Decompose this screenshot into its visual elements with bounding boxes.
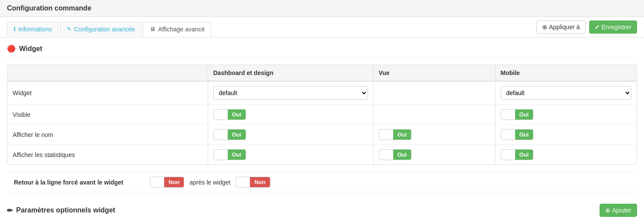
tab-affichage-avance-label: Affichage avancé [158, 26, 205, 33]
afficher-nom-dashboard-toggle[interactable]: Oui [213, 129, 246, 140]
toggle-on-side: Oui [515, 150, 533, 160]
toggle-off-side [214, 133, 228, 137]
toggle-on-side: Oui [228, 150, 246, 160]
appliquer-button[interactable]: ⊕ Appliquer à [536, 21, 586, 34]
row-widget-mobile: default [495, 81, 637, 105]
params-title-text: Paramètres optionnels widget [16, 206, 115, 214]
row-visible-mobile: Oui [495, 105, 637, 125]
row-widget-vue [373, 81, 495, 105]
afficher-stats-vue-toggle[interactable]: Oui [379, 149, 412, 160]
row-afficher-nom-label: Afficher le nom [7, 125, 208, 145]
toggle-off-side [379, 153, 393, 157]
row-afficher-stats-mobile: Oui [495, 145, 637, 165]
toggle-off-side [150, 181, 164, 184]
tab-affichage-avance[interactable]: 🖥 Affichage avancé [143, 22, 211, 37]
widget-table: Dashboard et design Vue Mobile Widget de… [7, 65, 637, 164]
toggle-off-side [501, 153, 515, 157]
row-afficher-stats-dashboard: Oui [208, 145, 373, 165]
drop-icon: 🔴 [7, 44, 16, 53]
retour-row: Retour à la ligne forcé avant le widget … [7, 172, 637, 192]
tabs-left: ℹ Informations ✎ Configuration avancée 🖥… [7, 22, 211, 36]
params-title: ✏ Paramètres optionnels widget [7, 206, 115, 215]
toggle-on-side: Oui [515, 130, 533, 140]
widget-title-text: Widget [19, 45, 42, 53]
monitor-icon: 🖥 [150, 26, 155, 32]
row-afficher-nom-dashboard: Oui [208, 125, 373, 145]
table-row-visible: Visible Oui Oui [7, 105, 637, 125]
enregistrer-label: Enregistrer [602, 24, 631, 31]
col-vue-header: Vue [373, 65, 495, 81]
afficher-stats-mobile-toggle[interactable]: Oui [501, 149, 534, 160]
visible-dashboard-toggle[interactable]: Oui [213, 109, 246, 120]
widget-section-title: 🔴 Widget [7, 44, 637, 58]
edit-icon: ✏ [7, 206, 13, 215]
widget-table-container: Dashboard et design Vue Mobile Widget de… [7, 65, 637, 165]
check-icon: ✔ [595, 24, 600, 31]
tab-config-avancee-label: Configuration avancée [74, 26, 135, 33]
row-visible-dashboard: Oui [208, 105, 373, 125]
row-widget-dashboard: default [208, 81, 373, 105]
page-title: Configuration commande [7, 4, 91, 12]
tab-informations-label: Informations [18, 26, 52, 33]
params-header: ✏ Paramètres optionnels widget ⊕ Ajouter [7, 204, 637, 217]
tabs-right: ⊕ Appliquer à ✔ Enregistrer [536, 21, 637, 37]
toggle-off-side [236, 181, 250, 184]
toggle-off-side [214, 153, 228, 157]
appliquer-label: Appliquer à [549, 24, 580, 31]
toggle-on-side: Oui [228, 110, 246, 120]
retour-apres-toggle[interactable]: Non [236, 177, 270, 188]
row-afficher-stats-vue: Oui [373, 145, 495, 165]
widget-table-header: Dashboard et design Vue Mobile [7, 65, 637, 81]
col-mobile-header: Mobile [495, 65, 637, 81]
toggle-non-avant: Non [164, 177, 184, 187]
toggle-on-side: Oui [393, 150, 411, 160]
table-row-afficher-nom: Afficher le nom Oui Oui [7, 125, 637, 145]
wrench-icon: ✎ [67, 26, 71, 32]
content-area: 🔴 Widget Dashboard et design Vue Mobile … [0, 38, 644, 199]
col-dashboard-header: Dashboard et design [208, 65, 373, 81]
ajouter-label: Ajouter [612, 207, 631, 214]
row-visible-label: Visible [7, 105, 208, 125]
enregistrer-button[interactable]: ✔ Enregistrer [589, 21, 637, 34]
retour-label: Retour à la ligne forcé avant le widget [14, 179, 145, 186]
col-label-header [7, 65, 208, 81]
row-afficher-stats-label: Afficher les statistiques [7, 145, 208, 165]
row-visible-vue [373, 105, 495, 125]
retour-avant-toggle[interactable]: Non [150, 177, 184, 188]
ajouter-button[interactable]: ⊕ Ajouter [600, 204, 637, 217]
info-icon: ℹ [13, 26, 16, 32]
apres-label: après le widget [189, 179, 230, 186]
toggle-off-side [501, 113, 515, 116]
toggle-on-side: Oui [515, 110, 533, 120]
page-header: Configuration commande [0, 0, 644, 17]
afficher-stats-dashboard-toggle[interactable]: Oui [213, 149, 246, 160]
params-section: ✏ Paramètres optionnels widget ⊕ Ajouter… [0, 199, 644, 219]
toggle-non-apres: Non [250, 177, 270, 187]
plus-icon: ⊕ [542, 24, 547, 31]
tab-informations[interactable]: ℹ Informations [7, 22, 58, 36]
toggle-off-side [214, 113, 228, 116]
row-widget-label: Widget [7, 81, 208, 105]
toggle-on-side: Oui [228, 130, 246, 140]
plus-icon-params: ⊕ [605, 207, 610, 214]
table-row-afficher-stats: Afficher les statistiques Oui Oui [7, 145, 637, 165]
row-afficher-nom-mobile: Oui [495, 125, 637, 145]
row-afficher-nom-vue: Oui [373, 125, 495, 145]
visible-mobile-toggle[interactable]: Oui [501, 109, 534, 120]
tab-config-avancee[interactable]: ✎ Configuration avancée [60, 22, 142, 36]
widget-mobile-select[interactable]: default [501, 86, 632, 100]
table-row-widget: Widget default default [7, 81, 637, 105]
afficher-nom-mobile-toggle[interactable]: Oui [501, 129, 534, 140]
afficher-nom-vue-toggle[interactable]: Oui [379, 129, 412, 140]
toggle-on-side: Oui [393, 130, 411, 140]
tabs-bar: ℹ Informations ✎ Configuration avancée 🖥… [0, 17, 644, 38]
toggle-off-side [379, 133, 393, 137]
widget-dashboard-select[interactable]: default [213, 86, 368, 100]
toggle-off-side [501, 133, 515, 137]
